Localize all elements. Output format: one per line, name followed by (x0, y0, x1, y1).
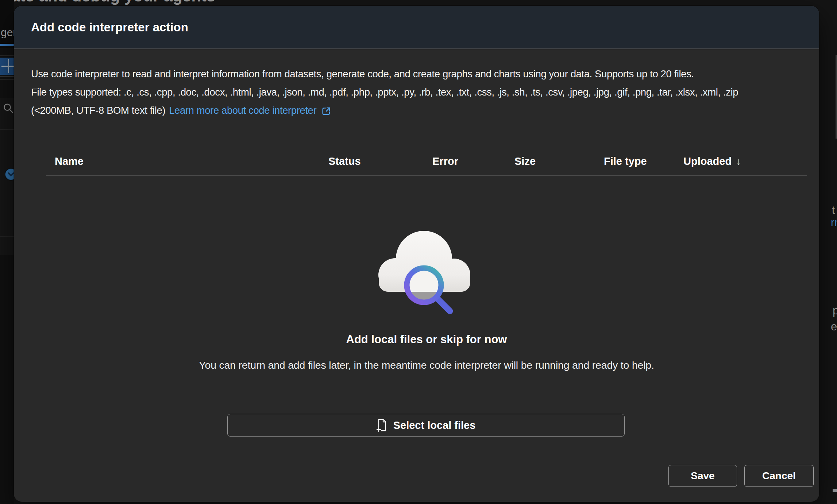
new-item-button (0, 58, 14, 75)
table-header-divider (46, 175, 807, 176)
sort-descending-arrow: ↓ (736, 156, 741, 167)
column-header-name[interactable]: Name (55, 153, 84, 170)
screen: eate and debug your agents gen t rn p e. (0, 0, 837, 504)
column-header-size[interactable]: Size (514, 153, 536, 170)
save-button[interactable]: Save (668, 465, 737, 487)
column-header-file-type[interactable]: File type (604, 153, 647, 170)
search-icon (3, 103, 14, 114)
column-header-uploaded[interactable]: Uploaded↓ (683, 153, 741, 170)
rail-row-divider (0, 236, 14, 237)
empty-state-body: You can return and add files later, in t… (46, 359, 807, 371)
rail-row-divider (0, 129, 14, 130)
description-line-2: File types supported: .c, .cs, .cpp, .do… (31, 83, 738, 101)
rail-topbar (0, 0, 14, 48)
select-local-files-label: Select local files (393, 419, 476, 431)
background-scrollbar-fragment (833, 489, 837, 492)
cloud-search-icon (378, 230, 472, 317)
dialog-title: Add code interpreter action (31, 20, 188, 34)
rail-divider (0, 55, 14, 56)
select-local-files-button[interactable]: Select local files (227, 414, 625, 437)
document-add-icon (377, 418, 387, 432)
cancel-button[interactable]: Cancel (744, 465, 814, 487)
background-scrollbar (836, 55, 837, 139)
background-text-fragment: t (832, 204, 835, 216)
new-item-plus-icon (8, 59, 9, 73)
background-link-fragment: rn (831, 217, 837, 229)
header-divider (14, 49, 819, 49)
background-text-fragment: e. (831, 320, 837, 333)
file-size-note: (<200MB, UTF-8 BOM text file) (31, 105, 165, 116)
learn-more-link-label: Learn more about code interpreter (169, 101, 316, 120)
rail-divider (0, 79, 14, 80)
column-header-error[interactable]: Error (432, 153, 458, 170)
rail-divider (0, 76, 14, 77)
external-link-icon (321, 106, 332, 117)
learn-more-link[interactable]: Learn more about code interpreter (169, 101, 332, 120)
rail-bottom-panel (0, 255, 14, 504)
background-text-fragment: p (833, 304, 837, 317)
file-table-header: Name Status Error Size File type Uploade… (14, 153, 819, 170)
active-tab-underline (0, 44, 14, 46)
column-header-status[interactable]: Status (328, 153, 361, 170)
description-line-1: Use code interpreter to read and interpr… (31, 65, 738, 83)
left-navigation-rail: gen (0, 0, 14, 504)
dialog-header: Add code interpreter action (14, 6, 819, 49)
background-page-heading: eate and debug your agents (2, 0, 215, 4)
empty-state-heading: Add local files or skip for now (46, 333, 807, 346)
dialog-description: Use code interpreter to read and interpr… (31, 65, 738, 120)
description-line-3: (<200MB, UTF-8 BOM text file)Learn more … (31, 101, 738, 120)
add-code-interpreter-dialog: Add code interpreter action Use code int… (14, 6, 819, 502)
